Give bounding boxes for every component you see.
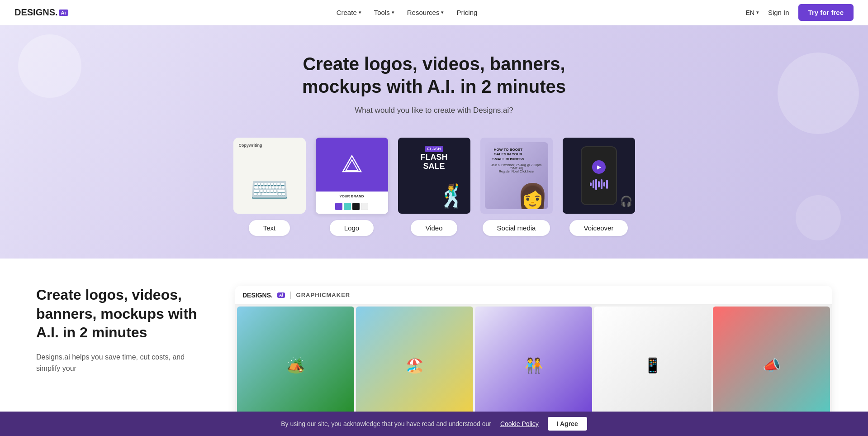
gm-logo-text: DESIGNS.	[242, 292, 273, 299]
nav-tools[interactable]: Tools ▾	[374, 9, 394, 16]
gm-separator: |	[289, 290, 292, 300]
card-social-label: Social media	[483, 220, 550, 236]
chevron-down-icon: ▾	[359, 10, 361, 15]
bg-decoration-circle1	[18, 34, 81, 98]
card-text[interactable]: Copywriting ⌨️ Text	[233, 138, 306, 236]
chevron-down-icon: ▾	[392, 10, 394, 15]
nav-resources[interactable]: Resources ▾	[407, 9, 444, 16]
nav-pricing[interactable]: Pricing	[456, 9, 477, 16]
language-selector[interactable]: EN ▾	[745, 9, 759, 16]
card-logo[interactable]: YOUR BRAND Logo	[316, 138, 388, 236]
card-text-image: Copywriting ⌨️	[233, 138, 306, 214]
card-logo-image: YOUR BRAND	[316, 138, 388, 214]
copywriting-label: Copywriting	[239, 143, 300, 148]
logo-icon	[341, 153, 363, 176]
gm-cell-4: 📱	[594, 307, 711, 424]
bg-decoration-circle2	[778, 53, 859, 134]
svg-marker-0	[343, 156, 361, 172]
card-voiceover[interactable]: ▶ 🎧 Voiceover	[563, 138, 635, 236]
logo[interactable]: DESIGNS. Ai	[14, 7, 68, 18]
card-video[interactable]: FLASH FLASHSALE 🕺 Video	[398, 138, 470, 236]
hero-section: Create logos, videos, banners, mockups w…	[0, 25, 868, 259]
gm-cell-5: 📣	[713, 307, 830, 424]
content-section: Create logos, videos, banners, mockups w…	[0, 259, 868, 436]
hero-subheading: What would you like to create with Desig…	[9, 106, 859, 115]
gm-cell-2: 🏖️	[356, 307, 473, 424]
content-heading: Create logos, videos, banners, mockups w…	[36, 286, 208, 342]
navbar: DESIGNS. Ai Create ▾ Tools ▾ Resources ▾…	[0, 0, 868, 25]
gm-image-grid-row1: 🏕️ 🏖️ 🧑‍🤝‍🧑 📱 📣	[235, 305, 832, 426]
nav-links: Create ▾ Tools ▾ Resources ▾ Pricing	[337, 9, 478, 16]
nav-create[interactable]: Create ▾	[337, 9, 361, 16]
feature-cards-row: Copywriting ⌨️ Text YOUR BRAND	[9, 138, 859, 236]
card-video-image: FLASH FLASHSALE 🕺	[398, 138, 470, 214]
typewriter-icon: ⌨️	[239, 171, 300, 208]
earbuds-icon: 🎧	[620, 196, 632, 207]
card-social-image: HOW TO BOOST SALES IN YOUR SMALL BUSINES…	[480, 138, 553, 214]
waveform	[590, 177, 608, 191]
logo-text: DESIGNS.	[14, 7, 58, 18]
gm-cell-3: 🧑‍🤝‍🧑	[475, 307, 592, 424]
signin-link[interactable]: Sign In	[768, 9, 789, 16]
logo-ai-badge: Ai	[59, 10, 68, 16]
card-voiceover-label: Voiceover	[569, 220, 628, 236]
content-body: Designs.ai helps you save time, cut cost…	[36, 351, 208, 374]
gm-ai-badge: Ai	[277, 292, 285, 298]
svg-marker-1	[346, 160, 358, 170]
chevron-down-icon: ▾	[756, 10, 759, 15]
cookie-bar: By using our site, you acknowledge that …	[0, 412, 868, 436]
cookie-policy-link[interactable]: Cookie Policy	[500, 420, 539, 427]
content-left: Create logos, videos, banners, mockups w…	[36, 286, 208, 374]
cookie-text: By using our site, you acknowledge that …	[281, 420, 491, 427]
hero-heading: Create logos, videos, banners, mockups w…	[276, 53, 593, 98]
card-logo-label: Logo	[330, 220, 374, 236]
card-text-label: Text	[249, 220, 290, 236]
gm-title-text: GRAPHICMAKER	[296, 292, 351, 298]
card-voiceover-image: ▶ 🎧	[563, 138, 635, 214]
play-icon-circle: ▶	[592, 160, 606, 174]
nav-right: EN ▾ Sign In Try for free	[745, 4, 854, 21]
gm-cell-1: 🏕️	[237, 307, 354, 424]
cookie-agree-button[interactable]: I Agree	[548, 417, 587, 431]
chevron-down-icon: ▾	[441, 10, 444, 15]
card-video-label: Video	[411, 220, 457, 236]
try-free-button[interactable]: Try for free	[798, 4, 854, 21]
card-social-media[interactable]: HOW TO BOOST SALES IN YOUR SMALL BUSINES…	[480, 138, 553, 236]
